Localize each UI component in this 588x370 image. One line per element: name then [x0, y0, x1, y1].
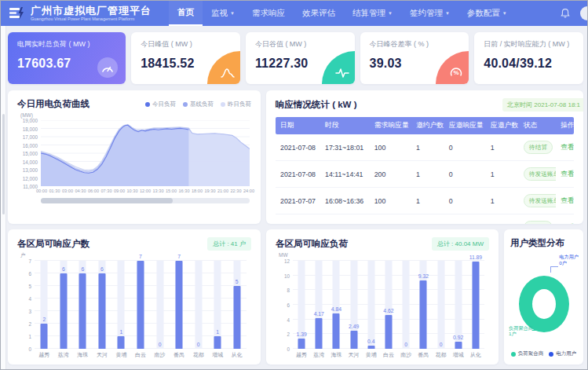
callout-count: 0户	[559, 260, 579, 266]
response-stats-title: 响应情况统计 ( kW )	[276, 99, 357, 111]
column-header-需求响应量: 需求响应量	[370, 117, 411, 134]
bar-value-label: 2	[42, 317, 46, 322]
view-link[interactable]: 查看	[561, 170, 574, 178]
legend-label: 昨日负荷	[228, 101, 251, 108]
y-tick-label: 14,000	[17, 159, 38, 165]
x-tick-label: 10:30	[127, 189, 138, 193]
bar-value-label: 1	[120, 329, 123, 335]
kpi-card-today-peak: 今日峰值 ( MW ) 18415.52	[131, 32, 240, 84]
bar-background-track	[437, 261, 444, 349]
x-tick-label: 16:30	[179, 189, 190, 193]
nav-item-结算管理[interactable]: 结算管理▼	[344, 1, 401, 26]
legend-item-昨日负荷[interactable]: 昨日负荷	[221, 101, 251, 108]
cell-invited: 1	[411, 188, 444, 214]
bar	[60, 273, 67, 349]
legend-label: 今日负荷	[152, 101, 176, 108]
bar-value-label: 6	[100, 266, 104, 272]
x-tick-label: 21:00	[217, 189, 228, 193]
load-curve-svg	[41, 120, 250, 186]
cell-invited: 1	[411, 214, 444, 225]
category-label: 番禺	[418, 351, 429, 359]
user-type-title: 用户类型分布	[510, 237, 577, 249]
view-link[interactable]: 查看	[561, 143, 574, 151]
bar	[214, 336, 221, 349]
bar-value-label: 0.4	[367, 339, 374, 344]
nav-item-需求响应[interactable]: 需求响应	[243, 1, 294, 26]
bar-value-label: 11.89	[469, 255, 483, 260]
legend-item-今日负荷[interactable]: 今日负荷	[145, 101, 176, 108]
district-load-panel: 各区局可响应负荷 总计 : 40.04 MW MW 1210864201.39越…	[266, 229, 499, 365]
y-tick-label: 0	[17, 346, 31, 352]
bar	[233, 286, 240, 349]
cell-invited: 1	[411, 161, 444, 188]
category-label: 花都	[193, 351, 204, 359]
bar-slot-荔湾: 6荔湾	[54, 261, 74, 349]
notification-bell-icon[interactable]	[560, 8, 571, 19]
bar-slot-黄埔: 0.4黄埔	[363, 261, 380, 349]
y-tick-label: 16,000	[17, 143, 38, 148]
kpi-label: 日前 / 实时响应能力 ( MW )	[484, 39, 574, 49]
cell-status: 待结算	[519, 214, 557, 225]
bar-value-label: 6	[62, 266, 65, 272]
scrollbar-thumb[interactable]	[2, 114, 5, 214]
bar-plot: 1.39越秀4.17荔湾4.84海珠2.49天河0.4黄埔4.62白云0南沙9.…	[293, 261, 484, 349]
cell-resp_users: 1	[486, 161, 519, 188]
bar-value-label: 2.49	[349, 324, 359, 329]
nav-item-参数配置[interactable]: 参数配置▼	[458, 1, 516, 26]
app-logo-icon	[7, 5, 26, 21]
bar	[316, 318, 323, 349]
bar	[472, 262, 479, 349]
cell-response: 0	[444, 214, 486, 225]
legend-item-电力用户[interactable]: 电力用户	[549, 350, 576, 357]
table-row: 2021-07-0115:29~15:59200101待结算查看	[276, 214, 574, 225]
bar	[333, 313, 340, 349]
nav-item-签约管理[interactable]: 签约管理▼	[401, 1, 458, 26]
status-badge: 待发送账单	[524, 167, 557, 181]
category-label: 从化	[470, 351, 481, 359]
x-tick-label: 01:30	[49, 189, 60, 193]
y-tick-label: 6	[276, 302, 290, 308]
bar	[98, 273, 105, 349]
x-axis-labels: 00:0001:3003:0004:3006:0007:3009:0010:30…	[36, 189, 254, 193]
nav-item-监视[interactable]: 监视▼	[203, 1, 243, 26]
bar-slot-番禺: 7番禺	[170, 261, 189, 349]
callout-count: 1户	[509, 331, 533, 337]
category-label: 从化	[232, 351, 243, 359]
district-load-total-badge: 总计 : 40.04 MW	[432, 237, 489, 251]
bar	[79, 273, 86, 349]
category-label: 越秀	[38, 351, 49, 359]
x-tick-label: 00:00	[36, 189, 47, 193]
chevron-down-icon: ▼	[502, 11, 507, 16]
category-label: 增城	[212, 351, 223, 359]
user-type-panel: 用户类型分布 电力用户 0户 负荷聚合商 1户 负荷聚合商电力用户	[504, 229, 583, 365]
user-avatar[interactable]	[580, 6, 588, 20]
y-tick-label: 2	[17, 321, 31, 327]
nav-item-首页[interactable]: 首页	[169, 1, 203, 26]
donut-ring	[519, 276, 569, 332]
legend-item-负荷聚合商[interactable]: 负荷聚合商	[511, 350, 544, 357]
y-tick-label: 1	[17, 334, 31, 339]
x-tick-label: 06:00	[88, 189, 99, 193]
chart-datazoom-slider[interactable]	[41, 198, 250, 203]
y-tick-label: 18,000	[17, 126, 38, 132]
bar-value-label: 6	[81, 266, 84, 272]
kpi-label: 今日谷值 ( MW )	[255, 39, 345, 49]
nav-item-效果评估[interactable]: 效果评估	[294, 1, 344, 26]
bar	[176, 261, 183, 349]
legend-label: 负荷聚合商	[518, 350, 544, 357]
category-label: 海珠	[331, 351, 341, 359]
bar-slot-越秀: 2越秀	[35, 261, 54, 349]
bar	[385, 315, 392, 349]
bar-value-label: 7	[139, 254, 142, 259]
x-tick-label: 13:30	[153, 189, 164, 193]
bar-plot: 2越秀6荔湾6海珠6天河1黄埔7白云0南沙7番禺0花都1增城5从化	[35, 261, 247, 349]
nav-item-label: 参数配置	[467, 8, 500, 19]
legend-item-基线负荷[interactable]: 基线负荷	[183, 101, 214, 108]
cell-time: 17:31~18:01	[320, 134, 370, 161]
header-right	[560, 6, 587, 20]
view-link[interactable]: 查看	[561, 223, 574, 225]
view-link[interactable]: 查看	[561, 196, 574, 204]
district-users-panel: 各区局可响应户数 总计 : 41 户 户 765432102越秀6荔湾6海珠6天…	[8, 229, 261, 365]
cell-time: 15:29~15:59	[320, 214, 370, 225]
user-type-donut-chart: 电力用户 0户 负荷聚合商 1户 负荷聚合商电力用户	[510, 249, 577, 357]
